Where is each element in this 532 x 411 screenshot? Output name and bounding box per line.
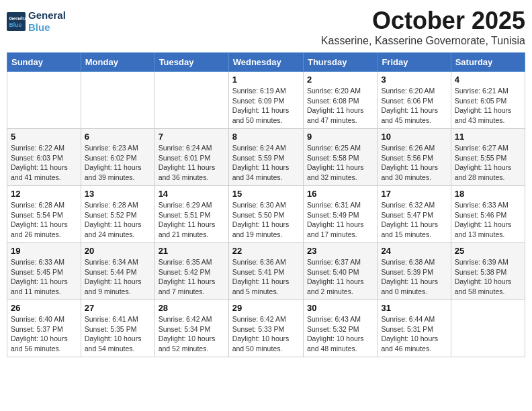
calendar-cell: 9Sunrise: 6:25 AMSunset: 5:58 PMDaylight… (303, 129, 377, 186)
day-info: Sunrise: 6:29 AMSunset: 5:51 PMDaylight:… (159, 200, 225, 240)
day-info: Sunrise: 6:20 AMSunset: 6:06 PMDaylight:… (381, 86, 447, 126)
day-number: 2 (307, 75, 373, 85)
day-info: Sunrise: 6:33 AMSunset: 5:45 PMDaylight:… (11, 257, 77, 297)
day-number: 31 (381, 303, 447, 313)
day-info: Sunrise: 6:30 AMSunset: 5:50 PMDaylight:… (232, 200, 300, 240)
day-number: 15 (232, 189, 300, 199)
weekday-header-thursday: Thursday (303, 53, 377, 72)
calendar-cell: 15Sunrise: 6:30 AMSunset: 5:50 PMDayligh… (228, 186, 303, 243)
day-number: 30 (307, 303, 373, 313)
day-info: Sunrise: 6:38 AMSunset: 5:39 PMDaylight:… (381, 257, 447, 297)
calendar-cell: 17Sunrise: 6:32 AMSunset: 5:47 PMDayligh… (378, 186, 451, 243)
logo-blue: Blue (28, 21, 66, 34)
calendar-cell: 24Sunrise: 6:38 AMSunset: 5:39 PMDayligh… (378, 243, 451, 300)
day-number: 19 (11, 246, 77, 256)
day-number: 14 (159, 189, 225, 199)
page-header: General Blue General Blue October 2025 K… (7, 7, 525, 47)
day-number: 18 (455, 189, 521, 199)
location-title: Kasserine, Kasserine Governorate, Tunisi… (321, 35, 525, 47)
day-number: 29 (232, 303, 300, 313)
calendar-cell: 29Sunrise: 6:42 AMSunset: 5:33 PMDayligh… (228, 300, 303, 357)
calendar-cell: 13Sunrise: 6:28 AMSunset: 5:52 PMDayligh… (81, 186, 154, 243)
day-number: 23 (307, 246, 373, 256)
day-number: 4 (455, 75, 521, 85)
week-row-1: 1Sunrise: 6:19 AMSunset: 6:09 PMDaylight… (7, 72, 525, 129)
calendar-cell (154, 72, 228, 129)
week-row-2: 5Sunrise: 6:22 AMSunset: 6:03 PMDaylight… (7, 129, 525, 186)
day-info: Sunrise: 6:35 AMSunset: 5:42 PMDaylight:… (159, 257, 225, 297)
calendar-cell: 6Sunrise: 6:23 AMSunset: 6:02 PMDaylight… (81, 129, 154, 186)
day-number: 5 (11, 132, 77, 142)
day-info: Sunrise: 6:41 AMSunset: 5:35 PMDaylight:… (85, 314, 151, 354)
weekday-header-tuesday: Tuesday (154, 53, 228, 72)
logo-icon: General Blue (7, 12, 26, 31)
calendar-cell: 4Sunrise: 6:21 AMSunset: 6:05 PMDaylight… (451, 72, 525, 129)
day-info: Sunrise: 6:24 AMSunset: 6:01 PMDaylight:… (159, 143, 225, 183)
day-info: Sunrise: 6:26 AMSunset: 5:56 PMDaylight:… (381, 143, 447, 183)
day-number: 26 (11, 303, 77, 313)
day-info: Sunrise: 6:28 AMSunset: 5:54 PMDaylight:… (11, 200, 77, 240)
day-number: 21 (159, 246, 225, 256)
day-info: Sunrise: 6:27 AMSunset: 5:55 PMDaylight:… (455, 143, 521, 183)
calendar-cell: 30Sunrise: 6:43 AMSunset: 5:32 PMDayligh… (303, 300, 377, 357)
calendar-cell: 3Sunrise: 6:20 AMSunset: 6:06 PMDaylight… (378, 72, 451, 129)
day-number: 12 (11, 189, 77, 199)
calendar-cell: 7Sunrise: 6:24 AMSunset: 6:01 PMDaylight… (154, 129, 228, 186)
weekday-header-row: SundayMondayTuesdayWednesdayThursdayFrid… (7, 53, 525, 72)
day-info: Sunrise: 6:28 AMSunset: 5:52 PMDaylight:… (85, 200, 151, 240)
day-number: 3 (381, 75, 447, 85)
day-number: 17 (381, 189, 447, 199)
calendar-cell: 27Sunrise: 6:41 AMSunset: 5:35 PMDayligh… (81, 300, 154, 357)
day-info: Sunrise: 6:25 AMSunset: 5:58 PMDaylight:… (307, 143, 373, 183)
day-info: Sunrise: 6:24 AMSunset: 5:59 PMDaylight:… (232, 143, 300, 183)
day-number: 22 (232, 246, 300, 256)
calendar-cell: 10Sunrise: 6:26 AMSunset: 5:56 PMDayligh… (378, 129, 451, 186)
week-row-5: 26Sunrise: 6:40 AMSunset: 5:37 PMDayligh… (7, 300, 525, 357)
day-info: Sunrise: 6:40 AMSunset: 5:37 PMDaylight:… (11, 314, 77, 354)
weekday-header-friday: Friday (378, 53, 451, 72)
calendar-cell: 25Sunrise: 6:39 AMSunset: 5:38 PMDayligh… (451, 243, 525, 300)
calendar-cell: 18Sunrise: 6:33 AMSunset: 5:46 PMDayligh… (451, 186, 525, 243)
day-info: Sunrise: 6:34 AMSunset: 5:44 PMDaylight:… (85, 257, 151, 297)
day-number: 1 (232, 75, 300, 85)
calendar-cell: 20Sunrise: 6:34 AMSunset: 5:44 PMDayligh… (81, 243, 154, 300)
day-info: Sunrise: 6:37 AMSunset: 5:40 PMDaylight:… (307, 257, 373, 297)
day-number: 6 (85, 132, 151, 142)
calendar-cell: 16Sunrise: 6:31 AMSunset: 5:49 PMDayligh… (303, 186, 377, 243)
calendar-cell: 31Sunrise: 6:44 AMSunset: 5:31 PMDayligh… (378, 300, 451, 357)
calendar-cell: 22Sunrise: 6:36 AMSunset: 5:41 PMDayligh… (228, 243, 303, 300)
day-info: Sunrise: 6:23 AMSunset: 6:02 PMDaylight:… (85, 143, 151, 183)
day-number: 24 (381, 246, 447, 256)
day-info: Sunrise: 6:20 AMSunset: 6:08 PMDaylight:… (307, 86, 373, 126)
day-number: 7 (159, 132, 225, 142)
day-info: Sunrise: 6:19 AMSunset: 6:09 PMDaylight:… (232, 86, 300, 126)
title-area: October 2025 Kasserine, Kasserine Govern… (321, 7, 525, 47)
day-number: 28 (159, 303, 225, 313)
day-info: Sunrise: 6:22 AMSunset: 6:03 PMDaylight:… (11, 143, 77, 183)
day-info: Sunrise: 6:39 AMSunset: 5:38 PMDaylight:… (455, 257, 521, 297)
day-number: 8 (232, 132, 300, 142)
day-number: 9 (307, 132, 373, 142)
day-info: Sunrise: 6:32 AMSunset: 5:47 PMDaylight:… (381, 200, 447, 240)
day-info: Sunrise: 6:42 AMSunset: 5:34 PMDaylight:… (159, 314, 225, 354)
weekday-header-sunday: Sunday (7, 53, 81, 72)
calendar-cell (7, 72, 81, 129)
logo: General Blue General Blue (7, 9, 66, 34)
day-number: 27 (85, 303, 151, 313)
calendar-cell: 26Sunrise: 6:40 AMSunset: 5:37 PMDayligh… (7, 300, 81, 357)
day-info: Sunrise: 6:31 AMSunset: 5:49 PMDaylight:… (307, 200, 373, 240)
calendar-cell (81, 72, 154, 129)
day-info: Sunrise: 6:42 AMSunset: 5:33 PMDaylight:… (232, 314, 300, 354)
calendar-cell: 2Sunrise: 6:20 AMSunset: 6:08 PMDaylight… (303, 72, 377, 129)
day-number: 13 (85, 189, 151, 199)
calendar-cell: 14Sunrise: 6:29 AMSunset: 5:51 PMDayligh… (154, 186, 228, 243)
day-number: 20 (85, 246, 151, 256)
day-number: 16 (307, 189, 373, 199)
calendar-cell: 12Sunrise: 6:28 AMSunset: 5:54 PMDayligh… (7, 186, 81, 243)
calendar-cell: 5Sunrise: 6:22 AMSunset: 6:03 PMDaylight… (7, 129, 81, 186)
calendar-cell: 28Sunrise: 6:42 AMSunset: 5:34 PMDayligh… (154, 300, 228, 357)
day-info: Sunrise: 6:36 AMSunset: 5:41 PMDaylight:… (232, 257, 300, 297)
calendar-cell (451, 300, 525, 357)
day-number: 11 (455, 132, 521, 142)
calendar-cell: 1Sunrise: 6:19 AMSunset: 6:09 PMDaylight… (228, 72, 303, 129)
